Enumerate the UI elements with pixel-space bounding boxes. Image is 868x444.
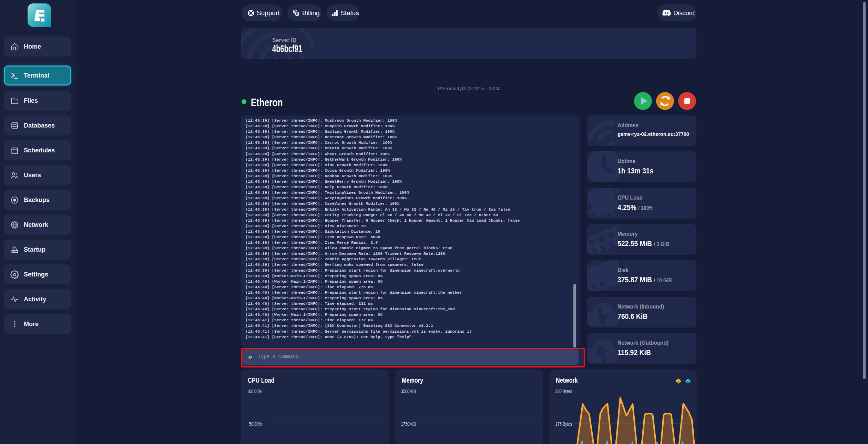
svg-text:$: $ [296,12,298,16]
